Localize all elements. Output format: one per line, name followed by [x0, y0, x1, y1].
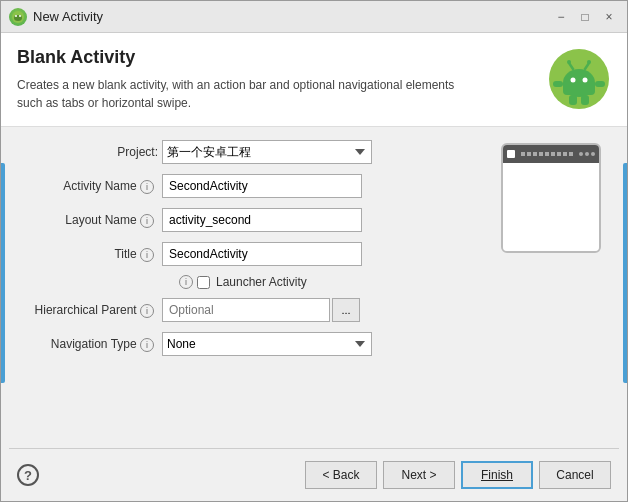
svg-point-12: [587, 60, 591, 64]
next-button[interactable]: Next >: [383, 461, 455, 489]
svg-rect-6: [563, 81, 595, 95]
title-label: Title i: [17, 247, 162, 262]
hierarchical-row: Hierarchical Parent i ...: [17, 297, 475, 323]
close-button[interactable]: ×: [599, 7, 619, 27]
maximize-button[interactable]: □: [575, 7, 595, 27]
header-section: Blank Activity Creates a new blank activ…: [1, 33, 627, 127]
android-logo: [547, 47, 611, 111]
form-section: Project: 第一个安卓工程 Activity Name i Layout …: [1, 127, 627, 448]
launcher-checkbox[interactable]: [197, 276, 210, 289]
right-accent-bar: [623, 163, 627, 383]
phone-status-bar: [503, 145, 599, 163]
header-text: Blank Activity Creates a new blank activ…: [17, 47, 537, 112]
next-label: Next >: [401, 468, 436, 482]
phone-dots: [579, 152, 595, 156]
finish-button[interactable]: Finish: [461, 461, 533, 489]
navigation-label: Navigation Type i: [17, 337, 162, 352]
activity-name-row: Activity Name i: [17, 173, 475, 199]
project-row: Project: 第一个安卓工程: [17, 139, 475, 165]
phone-status-dot: [507, 150, 515, 158]
svg-point-8: [583, 78, 588, 83]
hierarchical-info-icon[interactable]: i: [140, 304, 154, 318]
app-icon: [9, 8, 27, 26]
page-title: Blank Activity: [17, 47, 537, 68]
layout-name-label: Layout Name i: [17, 213, 162, 228]
project-select[interactable]: 第一个安卓工程: [162, 140, 372, 164]
project-label: Project:: [17, 145, 162, 159]
svg-point-7: [571, 78, 576, 83]
svg-rect-16: [581, 95, 589, 105]
svg-rect-13: [553, 81, 563, 87]
button-bar: ? < Back Next > Finish Cancel: [1, 449, 627, 501]
svg-point-2: [15, 15, 17, 17]
svg-point-11: [567, 60, 571, 64]
hierarchical-input[interactable]: [162, 298, 330, 322]
activity-name-label: Activity Name i: [17, 179, 162, 194]
left-accent-bar: [1, 163, 5, 383]
phone-mockup: [501, 143, 601, 253]
title-info-icon[interactable]: i: [140, 248, 154, 262]
cancel-label: Cancel: [556, 468, 593, 482]
navigation-select[interactable]: NoneTabsSwipeDropdown: [162, 332, 372, 356]
finish-label: Finish: [481, 468, 513, 482]
layout-name-input[interactable]: [162, 208, 362, 232]
phone-body: [503, 163, 599, 251]
title-bar: New Activity − □ ×: [1, 1, 627, 33]
minimize-button[interactable]: −: [551, 7, 571, 27]
activity-name-input[interactable]: [162, 174, 362, 198]
activity-name-info-icon[interactable]: i: [140, 180, 154, 194]
main-window: New Activity − □ × Blank Activity Create…: [0, 0, 628, 502]
launcher-label: Launcher Activity: [216, 275, 307, 289]
page-description: Creates a new blank activity, with an ac…: [17, 76, 477, 112]
layout-name-info-icon[interactable]: i: [140, 214, 154, 228]
window-controls: − □ ×: [551, 7, 619, 27]
back-button[interactable]: < Back: [305, 461, 377, 489]
title-input[interactable]: [162, 242, 362, 266]
back-label: < Back: [322, 468, 359, 482]
help-button[interactable]: ?: [17, 464, 39, 486]
svg-rect-14: [595, 81, 605, 87]
browse-button[interactable]: ...: [332, 298, 360, 322]
hierarchical-label: Hierarchical Parent i: [17, 303, 162, 318]
title-row: Title i: [17, 241, 475, 267]
phone-preview-area: [491, 139, 611, 436]
phone-squiggle: [521, 152, 573, 156]
launcher-info-icon[interactable]: i: [179, 275, 193, 289]
dialog-content: Blank Activity Creates a new blank activ…: [1, 33, 627, 501]
layout-name-row: Layout Name i: [17, 207, 475, 233]
launcher-row: i Launcher Activity: [17, 275, 475, 289]
form-fields: Project: 第一个安卓工程 Activity Name i Layout …: [17, 139, 475, 436]
cancel-button[interactable]: Cancel: [539, 461, 611, 489]
window-title: New Activity: [33, 9, 551, 24]
svg-rect-15: [569, 95, 577, 105]
navigation-info-icon[interactable]: i: [140, 338, 154, 352]
navigation-row: Navigation Type i NoneTabsSwipeDropdown: [17, 331, 475, 357]
navigation-buttons: < Back Next > Finish Cancel: [305, 461, 611, 489]
svg-point-3: [19, 15, 21, 17]
